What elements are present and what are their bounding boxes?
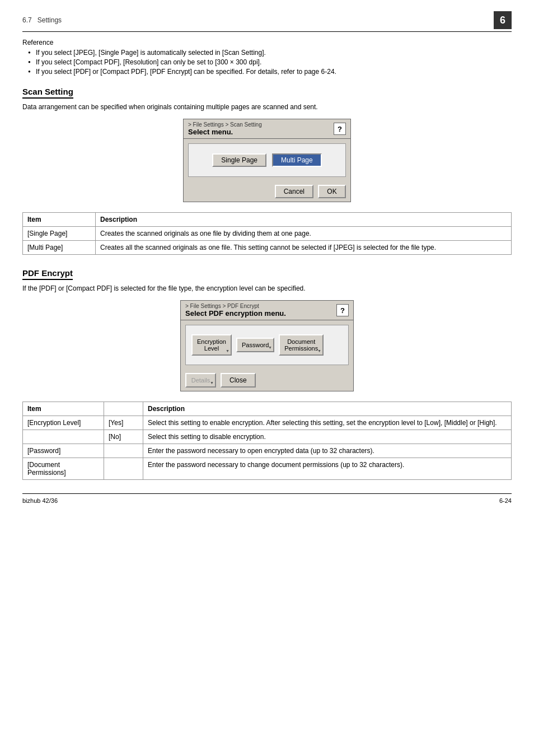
table-row: [Encryption Level] [Yes] Select this set…	[23, 416, 512, 430]
reference-label: Reference	[22, 39, 512, 46]
bullet-item: If you select [Compact PDF], [Resolution…	[28, 58, 512, 66]
pdf-encrypt-help-button[interactable]: ?	[336, 304, 349, 316]
pdf-encrypt-table: Item Description [Encryption Level] [Yes…	[22, 402, 512, 480]
footer-product-name: bizhub 42/36	[22, 497, 58, 504]
pdf-encrypt-description: If the [PDF] or [Compact PDF] is selecte…	[22, 284, 512, 292]
document-permissions-sub	[104, 458, 143, 480]
single-page-item: [Single Page]	[23, 227, 96, 241]
page-footer: bizhub 42/36 6-24	[22, 493, 512, 504]
document-permissions-desc: Enter the password necessary to change d…	[143, 458, 512, 480]
scan-table-header-item: Item	[23, 213, 96, 227]
reference-section: Reference If you select [JPEG], [Single …	[22, 39, 512, 76]
scan-table-header-description: Description	[96, 213, 512, 227]
password-desc: Enter the password necessary to open enc…	[143, 444, 512, 458]
pdf-encrypt-path: > File Settings > PDF Encrypt	[185, 303, 286, 309]
reference-list: If you select [JPEG], [Single Page] is a…	[22, 49, 512, 76]
bullet-item: If you select [JPEG], [Single Page] is a…	[28, 49, 512, 57]
document-permissions-button[interactable]: DocumentPermissions	[279, 334, 324, 356]
pdf-table-header-item: Item	[23, 402, 104, 416]
pdf-encrypt-section: PDF Encrypt If the [PDF] or [Compact PDF…	[22, 268, 512, 480]
password-sub	[104, 444, 143, 458]
password-button[interactable]: Password	[236, 338, 274, 352]
scan-setting-title: Select menu.	[188, 128, 262, 136]
pdf-table-header-description: Description	[143, 402, 512, 416]
scan-setting-description: Data arrangement can be specified when o…	[22, 103, 512, 111]
scan-setting-dialog-container: > File Settings > Scan Setting Select me…	[22, 119, 512, 202]
pdf-table-header-sub	[104, 402, 143, 416]
multi-page-desc: Creates all the scanned originals as one…	[96, 241, 512, 255]
scan-setting-section: Scan Setting Data arrangement can be spe…	[22, 87, 512, 255]
pdf-encrypt-dialog-body: EncryptionLevel Password DocumentPermiss…	[185, 325, 349, 365]
scan-setting-dialog: > File Settings > Scan Setting Select me…	[183, 119, 351, 202]
pdf-encrypt-title: Select PDF encryption menu.	[185, 309, 286, 318]
encryption-level-yes-desc: Select this setting to enable encryption…	[143, 416, 512, 430]
single-page-desc: Creates the scanned originals as one fil…	[96, 227, 512, 241]
document-permissions-item: [Document Permissions]	[23, 458, 104, 480]
encryption-level-no-desc: Select this setting to disable encryptio…	[143, 430, 512, 444]
scan-cancel-button[interactable]: Cancel	[275, 185, 313, 198]
encryption-level-yes: [Yes]	[104, 416, 143, 430]
table-row: [No] Select this setting to disable encr…	[23, 430, 512, 444]
scan-ok-button[interactable]: OK	[318, 185, 346, 198]
table-row: [Multi Page] Creates all the scanned ori…	[23, 241, 512, 255]
scan-setting-dialog-body: Single Page Multi Page	[188, 143, 346, 177]
scan-setting-help-button[interactable]: ?	[334, 123, 346, 135]
scan-setting-titlebar: > File Settings > Scan Setting Select me…	[184, 119, 350, 139]
multi-page-item: [Multi Page]	[23, 241, 96, 255]
single-page-button[interactable]: Single Page	[212, 153, 266, 167]
footer-page-number: 6-24	[499, 497, 512, 504]
encryption-level-button[interactable]: EncryptionLevel	[191, 334, 232, 356]
pdf-close-button[interactable]: Close	[221, 373, 256, 388]
table-row: [Password] Enter the password necessary …	[23, 444, 512, 458]
pdf-encrypt-dialog: > File Settings > PDF Encrypt Select PDF…	[180, 300, 354, 391]
pdf-encrypt-heading: PDF Encrypt	[22, 268, 73, 280]
table-row: [Document Permissions] Enter the passwor…	[23, 458, 512, 480]
pdf-encrypt-titlebar: > File Settings > PDF Encrypt Select PDF…	[181, 301, 353, 320]
pdf-encrypt-dialog-footer: Details Close	[181, 370, 353, 391]
pdf-details-button[interactable]: Details	[185, 373, 216, 388]
encryption-level-item: [Encryption Level]	[23, 416, 104, 430]
page-header: 6.7 Settings 6	[22, 11, 512, 32]
multi-page-button[interactable]: Multi Page	[272, 153, 322, 167]
scan-setting-table: Item Description [Single Page] Creates t…	[22, 212, 512, 255]
chapter-number: 6	[494, 11, 512, 29]
header-section: 6.7 Settings	[22, 16, 62, 24]
pdf-encrypt-dialog-container: > File Settings > PDF Encrypt Select PDF…	[22, 300, 512, 391]
scan-setting-heading: Scan Setting	[22, 87, 73, 99]
scan-setting-path: > File Settings > Scan Setting	[188, 122, 262, 128]
bullet-item: If you select [PDF] or [Compact PDF], [P…	[28, 68, 512, 76]
scan-setting-dialog-footer: Cancel OK	[184, 181, 350, 202]
encryption-level-empty	[23, 430, 104, 444]
table-row: [Single Page] Creates the scanned origin…	[23, 227, 512, 241]
password-item: [Password]	[23, 444, 104, 458]
encryption-level-no: [No]	[104, 430, 143, 444]
